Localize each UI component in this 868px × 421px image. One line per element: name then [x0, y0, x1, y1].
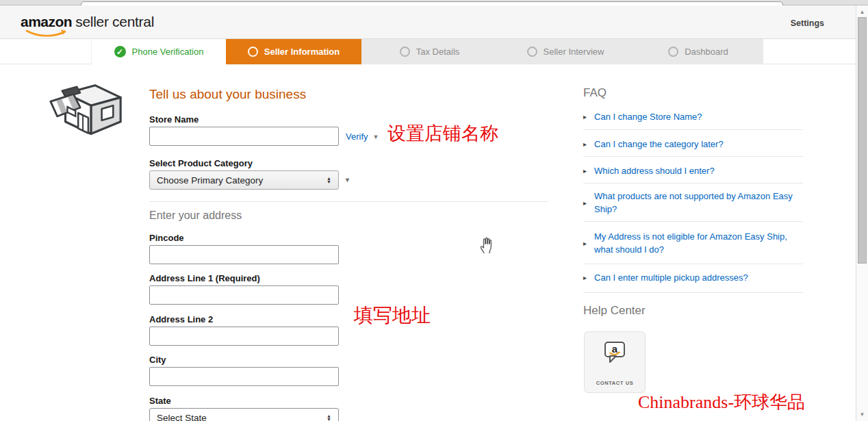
faq-item[interactable]: ▸ Can I enter multiple pickup addresses? [583, 271, 797, 284]
faq-divider [583, 129, 803, 130]
faq-link: What products are not supported by Amazo… [594, 190, 797, 216]
bullet-arrow-icon: ▸ [583, 167, 587, 175]
section-divider [149, 201, 548, 202]
state-select-value: Select State [157, 413, 207, 421]
logo-seller-central-text: seller central [75, 14, 154, 29]
storefront-icon [45, 81, 127, 145]
page-title: Tell us about your business [149, 87, 306, 102]
chevron-down-icon[interactable]: ▼ [373, 133, 379, 140]
svg-text:a: a [612, 343, 618, 355]
bullet-arrow-icon: ▸ [583, 113, 587, 120]
header: amazonseller central Settings [0, 5, 856, 39]
faq-divider [583, 292, 803, 293]
browser-strip [0, 0, 868, 5]
step-phone-verification[interactable]: ✓ Phone Verification [91, 39, 226, 64]
faq-item[interactable]: ▸ What products are not supported by Ama… [583, 190, 797, 216]
chevron-down-icon[interactable]: ▼ [344, 177, 350, 183]
category-label: Select Product Category [149, 158, 253, 168]
faq-item[interactable]: ▸ Can I change Store Name? [583, 110, 797, 123]
step-label: Seller Interview [544, 47, 604, 57]
scrollbar[interactable]: ▲ ▼ [856, 5, 868, 421]
faq-item[interactable]: ▸ Can I change the category later? [583, 138, 797, 151]
faq-link: Can I change Store Name? [594, 110, 702, 123]
address-line2-input[interactable] [149, 327, 339, 346]
faq-divider [583, 221, 803, 222]
logo-amazon-text: amazon [21, 14, 72, 29]
state-label: State [149, 396, 171, 406]
step-label: Phone Verification [132, 47, 204, 57]
category-select[interactable]: Choose Primary Category ▲▼ [149, 170, 339, 190]
faq-link: My Address is not eligible for Amazon Ea… [594, 230, 797, 256]
settings-button[interactable]: Settings [791, 18, 824, 28]
select-spinner-icon: ▲▼ [327, 177, 331, 183]
select-spinner-icon: ▲▼ [327, 414, 331, 421]
annotation-address: 填写地址 [354, 303, 431, 329]
contact-us-label: CONTACT US [596, 380, 634, 386]
help-center-title: Help Center [583, 304, 646, 318]
scroll-up-icon[interactable]: ▲ [856, 9, 868, 15]
address-line1-input[interactable] [149, 285, 339, 305]
scrollbar-thumb[interactable] [858, 17, 867, 264]
step-seller-information[interactable]: Seller Information [226, 39, 361, 64]
bullet-arrow-icon: ▸ [583, 240, 587, 247]
faq-item[interactable]: ▸ Which address should I enter? [583, 164, 797, 177]
circle-icon [400, 47, 410, 57]
circle-icon [248, 47, 258, 57]
registration-stepbar: ✓ Phone Verification Seller Information … [0, 39, 856, 64]
annotation-store-name: 设置店铺名称 [387, 121, 498, 146]
step-label: Seller Information [264, 47, 340, 57]
faq-link: Which address should I enter? [594, 164, 715, 177]
circle-icon [668, 47, 678, 57]
store-name-input[interactable] [149, 127, 339, 146]
amazon-chat-bubble-icon: a [602, 341, 627, 364]
verify-control: Verify ▼ [346, 131, 379, 142]
step-label: Dashboard [685, 47, 728, 57]
faq-link: Can I enter multiple pickup addresses? [594, 271, 748, 284]
step-dashboard[interactable]: Dashboard [633, 39, 763, 64]
check-circle-icon: ✓ [114, 46, 126, 58]
step-tax-details[interactable]: Tax Details [361, 39, 498, 64]
circle-icon [527, 47, 537, 57]
contact-us-card[interactable]: a CONTACT US [584, 331, 646, 393]
step-seller-interview[interactable]: Seller Interview [498, 39, 633, 64]
category-select-value: Choose Primary Category [157, 175, 263, 186]
faq-divider [583, 183, 803, 183]
amazon-smile-icon [25, 29, 68, 38]
faq-divider [583, 264, 803, 264]
seller-central-page: amazonseller central Settings ✓ Phone Ve… [0, 0, 868, 421]
amazon-seller-central-logo: amazonseller central [21, 14, 154, 34]
address-section-title: Enter your address [149, 209, 242, 222]
faq-item[interactable]: ▸ My Address is not eligible for Amazon … [583, 230, 797, 256]
verify-link[interactable]: Verify [346, 131, 368, 142]
annotation-watermark: Chinabrands-环球华品 [638, 390, 805, 414]
pincode-input[interactable] [149, 245, 339, 264]
scroll-down-icon[interactable]: ▼ [856, 411, 868, 418]
bullet-arrow-icon: ▸ [583, 199, 587, 207]
faq-title: FAQ [583, 86, 607, 100]
city-label: City [149, 355, 166, 365]
pincode-label: Pincode [149, 233, 184, 243]
faq-divider [583, 156, 803, 157]
step-label: Tax Details [416, 47, 460, 57]
address2-label: Address Line 2 [149, 314, 213, 324]
state-select[interactable]: Select State ▲▼ [149, 408, 339, 421]
address1-label: Address Line 1 (Required) [149, 273, 260, 283]
city-input[interactable] [149, 367, 339, 386]
faq-link: Can I change the category later? [594, 138, 724, 151]
bullet-arrow-icon: ▸ [583, 140, 587, 148]
bullet-arrow-icon: ▸ [583, 274, 587, 281]
store-name-label: Store Name [149, 114, 199, 125]
cursor-icon [478, 235, 495, 255]
